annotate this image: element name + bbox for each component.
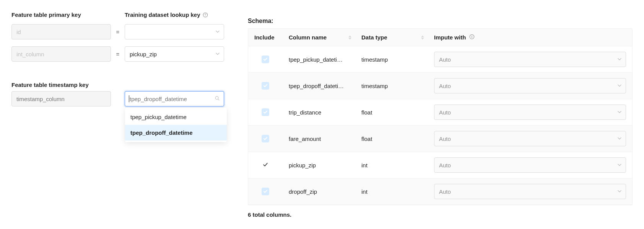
dropdown-option-1[interactable]: tpep_dropoff_datetime	[125, 125, 227, 141]
svg-point-4	[472, 36, 472, 36]
info-icon[interactable]	[469, 34, 475, 39]
include-checkbox	[262, 56, 269, 63]
column-name-cell: tpep_pickup_dateti…	[283, 46, 355, 73]
chevron-down-icon	[617, 83, 622, 89]
timestamp-key-label: Feature table timestamp key	[11, 82, 237, 88]
chevron-down-icon	[215, 51, 220, 57]
chevron-down-icon	[617, 109, 622, 116]
lookup-key-select-1[interactable]: pickup_zip	[125, 46, 224, 62]
key-mapping-row-0: =	[11, 24, 237, 39]
table-row: tpep_dropoff_dateti…timestampAuto	[248, 73, 632, 99]
chevron-down-icon	[215, 29, 220, 35]
chevron-down-icon	[617, 188, 622, 195]
help-icon[interactable]	[203, 12, 208, 18]
include-checkmark-icon	[262, 162, 269, 167]
svg-point-1	[205, 16, 205, 16]
text-cursor-icon	[129, 95, 129, 102]
column-name-cell: fare_amount	[283, 126, 355, 152]
column-header-include: Include	[248, 29, 283, 46]
timestamp-lookup-search-select[interactable]: tpep_pickup_datetime tpep_dropoff_dateti…	[125, 91, 224, 106]
table-row: pickup_zipintAuto	[248, 152, 632, 178]
table-row: dropoff_zipintAuto	[248, 178, 632, 205]
equals-sign: =	[115, 29, 120, 35]
chevron-down-icon	[617, 56, 622, 63]
primary-key-input-1[interactable]	[11, 46, 111, 62]
include-checkbox	[262, 135, 269, 142]
sort-icon[interactable]	[348, 35, 351, 39]
column-header-impute: Impute with	[428, 29, 632, 46]
dropdown-option-0[interactable]: tpep_pickup_datetime	[125, 109, 227, 125]
schema-title: Schema:	[248, 18, 633, 25]
equals-sign: =	[115, 51, 120, 57]
data-type-cell: timestamp	[355, 46, 428, 73]
table-row: tpep_pickup_dateti…timestampAuto	[248, 46, 632, 73]
schema-total-columns: 6 total columns.	[248, 211, 633, 218]
sort-icon[interactable]	[421, 35, 424, 39]
table-row: fare_amountfloatAuto	[248, 126, 632, 152]
lookup-key-label: Training dataset lookup key	[125, 11, 224, 18]
schema-table: Include Column name Data type	[248, 28, 633, 205]
impute-with-select[interactable]: Auto	[434, 184, 626, 199]
impute-with-select[interactable]: Auto	[434, 157, 626, 173]
data-type-cell: int	[355, 152, 428, 178]
impute-with-select[interactable]: Auto	[434, 78, 626, 93]
impute-with-select[interactable]: Auto	[434, 105, 626, 120]
timestamp-key-row: = tpep_pickup_datetime tpep_dropoff_date…	[11, 91, 237, 106]
chevron-down-icon	[617, 162, 622, 168]
impute-with-select[interactable]: Auto	[434, 52, 626, 67]
key-mapping-row-1: = pickup_zip	[11, 46, 237, 62]
data-type-cell: timestamp	[355, 73, 428, 99]
data-type-cell: float	[355, 126, 428, 152]
impute-with-select[interactable]: Auto	[434, 131, 626, 146]
column-name-cell: tpep_dropoff_dateti…	[283, 73, 355, 99]
column-name-cell: dropoff_zip	[283, 178, 355, 205]
column-name-cell: pickup_zip	[283, 152, 355, 178]
table-row: trip_distancefloatAuto	[248, 99, 632, 126]
primary-key-input-0[interactable]	[11, 24, 111, 39]
primary-key-label: Feature table primary key	[11, 11, 111, 18]
timestamp-search-input[interactable]	[130, 96, 212, 102]
lookup-key-select-0[interactable]	[125, 24, 224, 39]
include-checkbox	[262, 82, 269, 90]
include-checkbox	[262, 188, 269, 195]
column-name-cell: trip_distance	[283, 99, 355, 126]
chevron-down-icon	[617, 136, 622, 142]
timestamp-dropdown-menu: tpep_pickup_datetime tpep_dropoff_dateti…	[125, 108, 227, 142]
search-icon	[215, 96, 220, 102]
column-header-name[interactable]: Column name	[283, 29, 355, 46]
data-type-cell: float	[355, 99, 428, 126]
data-type-cell: int	[355, 178, 428, 205]
column-header-type[interactable]: Data type	[355, 29, 428, 46]
timestamp-key-input[interactable]	[11, 91, 111, 106]
include-checkbox	[262, 108, 269, 116]
